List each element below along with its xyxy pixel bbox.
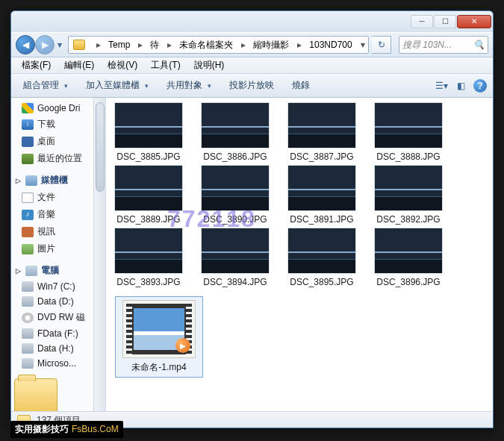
search-input[interactable]: 搜尋 103N... 🔍 [399,36,488,54]
share-button[interactable]: 共用對象 [159,76,219,95]
menu-tools[interactable]: 工具(T) [145,57,186,73]
tree-section-header[interactable]: ▷電腦 [13,262,104,279]
tree-item[interactable]: DVD RW 磁 [13,309,104,326]
image-thumbnail [201,165,270,211]
tree-item[interactable]: Data (H:) [13,341,104,356]
file-thumbnail[interactable]: DSC_3885.JPG [112,102,185,162]
image-thumbnail [114,102,183,148]
scrollbar-thumb[interactable] [96,102,105,192]
tree-item[interactable]: 圖片 [13,240,104,257]
file-thumbnail[interactable]: DSC_3887.JPG [285,102,358,162]
file-thumbnail[interactable]: DSC_3888.JPG [372,102,445,162]
tree-item[interactable]: 最近的位置 [13,150,104,167]
minimize-button[interactable]: ─ [411,15,433,28]
chevron-right-icon[interactable]: ▸ [93,40,104,50]
chevron-down-icon[interactable]: ▾ [358,40,368,50]
tree-item[interactable]: 視訊 [13,223,104,240]
address-bar[interactable]: ▸ Temp ▸ 待 ▸ 未命名檔案夾 ▸ 縮時攝影 ▸ 103ND700 ▾ [68,36,369,54]
organize-button[interactable]: 組合管理 [16,76,75,95]
tree-item[interactable]: FData (F:) [13,326,104,341]
file-name-label: DSC_3886.JPG [203,151,267,162]
file-thumbnail-selected[interactable]: ▶未命名-1.mp4 [115,296,203,378]
image-thumbnail [374,228,443,274]
chevron-right-icon[interactable]: ▸ [238,40,249,50]
preview-pane-button[interactable]: ◧ [452,78,469,94]
tree-section-header[interactable]: ▷媒體櫃 [13,172,104,189]
image-thumbnail [287,102,356,148]
dl-icon [22,119,34,130]
breadcrumb-seg[interactable]: 待 [146,37,164,53]
file-thumbnail[interactable]: DSC_3896.JPG [372,228,445,287]
source-badge: 实用摄影技巧FsBus.CoM [10,421,123,438]
tree-item[interactable]: Google Dri [13,101,104,116]
tree-item-label: 音樂 [37,208,55,221]
forward-button[interactable]: ▶ [35,35,55,54]
chevron-right-icon[interactable]: ▸ [164,40,175,50]
navigation-bar: ◀ ▶ ▾ ▸ Temp ▸ 待 ▸ 未命名檔案夾 ▸ 縮時攝影 ▸ 103ND… [11,32,493,57]
back-button[interactable]: ◀ [16,35,35,54]
tree-item-label: 下載 [37,118,55,131]
file-thumbnail[interactable]: DSC_3890.JPG [199,165,272,225]
tree-item-label: 桌面 [37,135,55,148]
desk-icon [22,137,34,147]
file-thumbnail[interactable]: DSC_3895.JPG [285,228,358,287]
hdd-icon [22,296,34,307]
history-dropdown[interactable]: ▾ [55,37,65,53]
slideshow-button[interactable]: 投影片放映 [222,76,281,95]
tree-item[interactable]: 音樂 [13,206,104,223]
file-name-label: DSC_3890.JPG [203,214,267,225]
mus-icon [22,210,34,220]
file-name-label: DSC_3888.JPG [376,151,440,162]
file-list-pane[interactable]: DSC_3885.JPGDSC_3886.JPGDSC_3887.JPGDSC_… [106,98,493,411]
file-thumbnail[interactable]: DSC_3893.JPG [112,228,185,287]
file-thumbnail[interactable]: DSC_3886.JPG [199,102,272,162]
search-icon[interactable]: 🔍 [473,40,485,50]
tree-item[interactable]: Data (D:) [13,294,104,309]
dvd-icon [22,313,34,323]
file-name-label: DSC_3896.JPG [376,277,440,287]
tree-item-label: 電腦 [41,264,59,277]
breadcrumb-seg[interactable]: 103ND700 [305,37,357,53]
close-button[interactable]: ✕ [457,15,491,28]
menu-help[interactable]: 說明(H) [188,57,231,73]
view-options-button[interactable]: ☰▾ [433,78,449,94]
hdd-icon [22,328,34,339]
refresh-button[interactable]: ↻ [372,36,391,54]
tree-item[interactable]: 文件 [13,189,104,206]
file-name-label: DSC_3891.JPG [290,214,353,225]
image-thumbnail [114,165,183,211]
vid-icon [22,227,34,237]
tree-item[interactable]: 下載 [13,116,104,133]
file-thumbnail[interactable]: DSC_3894.JPG [199,228,272,287]
file-thumbnail[interactable]: DSC_3892.JPG [372,165,445,225]
title-bar[interactable]: ─ ☐ ✕ [11,11,493,32]
include-library-button[interactable]: 加入至媒體櫃 [78,76,156,95]
video-thumbnail: ▶ [122,300,196,358]
comp-icon [25,266,37,276]
burn-button[interactable]: 燒錄 [284,76,317,95]
breadcrumb-seg[interactable]: 縮時攝影 [249,37,294,53]
file-thumbnail[interactable]: DSC_3889.JPG [112,165,185,225]
menu-edit[interactable]: 編輯(E) [58,57,100,73]
tree-item[interactable]: 桌面 [13,133,104,150]
breadcrumb-seg[interactable]: 未命名檔案夾 [175,37,238,53]
file-thumbnail[interactable]: DSC_3891.JPG [285,165,358,225]
file-name-label: DSC_3885.JPG [116,151,180,162]
maximize-button[interactable]: ☐ [434,15,456,28]
tree-item[interactable]: Win7 (C:) [13,279,104,294]
chevron-right-icon[interactable]: ▸ [135,40,146,50]
image-thumbnail [374,165,443,211]
menu-file[interactable]: 檔案(F) [16,57,57,73]
tree-item-label: 媒體櫃 [41,174,68,187]
chevron-right-icon[interactable]: ▸ [294,40,305,50]
search-placeholder: 搜尋 103N... [402,39,452,51]
tree-item[interactable]: Microso... [13,356,104,371]
menu-view[interactable]: 檢視(V) [102,57,143,73]
sidebar-scrollbar[interactable] [93,98,105,411]
tree-item-label: 最近的位置 [37,152,82,165]
image-thumbnail [201,102,270,148]
help-button[interactable]: ? [472,78,488,94]
breadcrumb-seg[interactable]: Temp [104,37,135,53]
navigation-pane[interactable]: Google Dri下載桌面最近的位置▷媒體櫃文件音樂視訊圖片▷電腦Win7 (… [11,98,106,411]
tree-item-label: Data (D:) [37,296,74,307]
